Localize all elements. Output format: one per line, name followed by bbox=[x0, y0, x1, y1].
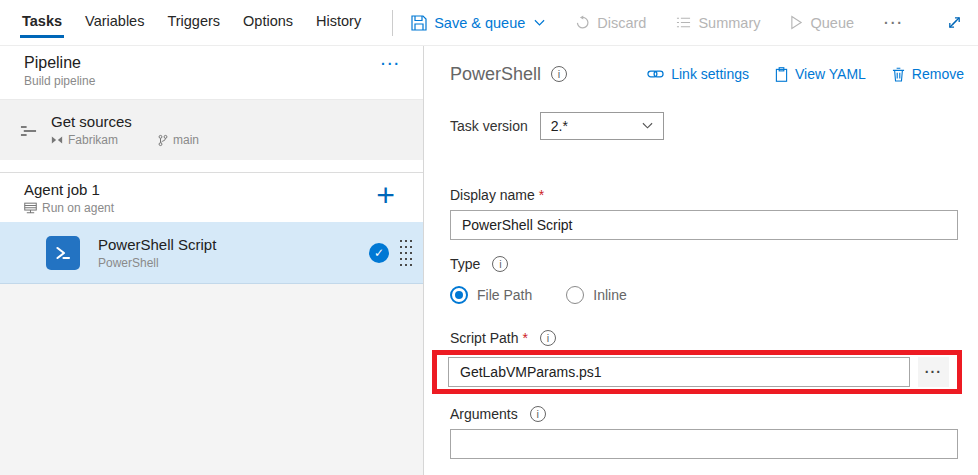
add-task-button[interactable]: + bbox=[376, 177, 395, 213]
view-yaml-button[interactable]: View YAML bbox=[775, 66, 866, 82]
required-marker: * bbox=[522, 330, 527, 346]
remove-label: Remove bbox=[912, 66, 964, 82]
agent-job-title: Agent job 1 bbox=[24, 181, 423, 198]
task-settings-panel: PowerShell i Link settings View YAML Rem… bbox=[425, 46, 978, 475]
agent-job-header[interactable]: Agent job 1 Run on agent + bbox=[0, 172, 423, 222]
arguments-input[interactable] bbox=[450, 429, 958, 459]
task-version-value: 2.* bbox=[551, 118, 568, 134]
remove-button[interactable]: Remove bbox=[892, 66, 964, 82]
pipeline-sidebar: Pipeline Build pipeline ··· Get sources … bbox=[0, 46, 424, 475]
discard-button: Discard bbox=[575, 15, 646, 31]
queue-button: Queue bbox=[790, 15, 854, 31]
info-icon[interactable]: i bbox=[530, 406, 546, 422]
task-item-powershell-script[interactable]: PowerShell Script PowerShell ✓ bbox=[0, 222, 423, 284]
toolbar-divider bbox=[392, 10, 393, 36]
chevron-down-icon[interactable] bbox=[534, 19, 545, 27]
pipeline-more-button[interactable]: ··· bbox=[381, 54, 401, 99]
task-enabled-check-icon[interactable]: ✓ bbox=[369, 243, 389, 263]
radio-unselected-icon bbox=[566, 286, 584, 304]
type-radio-file-path[interactable]: File Path bbox=[450, 286, 532, 304]
tab-tasks[interactable]: Tasks bbox=[18, 0, 66, 45]
top-command-bar: Tasks Variables Triggers Options History… bbox=[0, 0, 978, 46]
save-icon bbox=[411, 15, 427, 31]
browse-script-button[interactable]: ··· bbox=[918, 357, 949, 387]
pipeline-title: Pipeline bbox=[24, 54, 95, 72]
annotation-highlight-box: ··· bbox=[432, 350, 962, 394]
discard-label: Discard bbox=[597, 15, 646, 31]
queue-label: Queue bbox=[810, 15, 854, 31]
summary-button: Summary bbox=[676, 15, 760, 31]
info-icon[interactable]: i bbox=[492, 256, 508, 272]
save-and-queue-button[interactable]: Save & queue bbox=[411, 15, 545, 31]
trash-icon bbox=[892, 67, 905, 82]
summary-label: Summary bbox=[698, 15, 760, 31]
script-path-input[interactable] bbox=[448, 357, 910, 387]
get-sources-title: Get sources bbox=[51, 113, 199, 130]
task-drag-handle[interactable] bbox=[400, 240, 413, 266]
panel-title: PowerShell bbox=[450, 64, 541, 85]
type-label: Type bbox=[450, 256, 480, 272]
script-path-label: Script Path bbox=[450, 330, 518, 346]
display-name-input[interactable] bbox=[450, 210, 958, 240]
info-icon[interactable]: i bbox=[551, 66, 567, 82]
pipeline-subtitle: Build pipeline bbox=[24, 74, 95, 88]
summary-list-icon bbox=[676, 15, 691, 30]
link-settings-button[interactable]: Link settings bbox=[647, 66, 749, 82]
fullscreen-expand-icon[interactable] bbox=[947, 15, 962, 30]
task-version-label: Task version bbox=[450, 118, 528, 134]
arguments-label: Arguments bbox=[450, 406, 518, 422]
powershell-logo-icon bbox=[46, 236, 80, 270]
branch-icon bbox=[158, 134, 168, 147]
agent-server-icon bbox=[24, 202, 37, 214]
view-yaml-label: View YAML bbox=[795, 66, 866, 82]
task-version-select[interactable]: 2.* bbox=[540, 112, 664, 140]
undo-icon bbox=[575, 15, 590, 30]
save-and-queue-label: Save & queue bbox=[434, 15, 525, 31]
repo-bowtie-icon bbox=[51, 135, 63, 145]
branch-name: main bbox=[173, 133, 199, 147]
radio-selected-icon bbox=[450, 286, 468, 304]
task-title: PowerShell Script bbox=[98, 236, 216, 253]
tab-variables[interactable]: Variables bbox=[81, 0, 148, 45]
file-path-option-label: File Path bbox=[477, 287, 532, 303]
display-name-label: Display name bbox=[450, 187, 535, 203]
agent-job-subtitle: Run on agent bbox=[42, 201, 114, 215]
sources-list-icon bbox=[20, 124, 37, 138]
get-sources-section[interactable]: Get sources Fabrikam main bbox=[0, 100, 423, 160]
chevron-down-icon bbox=[642, 122, 653, 130]
tab-history[interactable]: History bbox=[312, 0, 365, 45]
repo-name: Fabrikam bbox=[68, 133, 118, 147]
type-radio-inline[interactable]: Inline bbox=[566, 286, 626, 304]
inline-option-label: Inline bbox=[593, 287, 626, 303]
pipeline-header[interactable]: Pipeline Build pipeline ··· bbox=[0, 46, 423, 100]
clipboard-icon bbox=[775, 67, 788, 82]
required-marker: * bbox=[539, 187, 544, 203]
tab-options[interactable]: Options bbox=[239, 0, 297, 45]
link-settings-label: Link settings bbox=[671, 66, 749, 82]
task-subtitle: PowerShell bbox=[98, 256, 216, 270]
toolbar-more-button[interactable]: ··· bbox=[884, 15, 904, 31]
tab-triggers[interactable]: Triggers bbox=[163, 0, 224, 45]
play-icon bbox=[790, 15, 803, 30]
info-icon[interactable]: i bbox=[540, 330, 556, 346]
sidebar-gap bbox=[0, 160, 423, 172]
link-chain-icon bbox=[647, 68, 664, 80]
